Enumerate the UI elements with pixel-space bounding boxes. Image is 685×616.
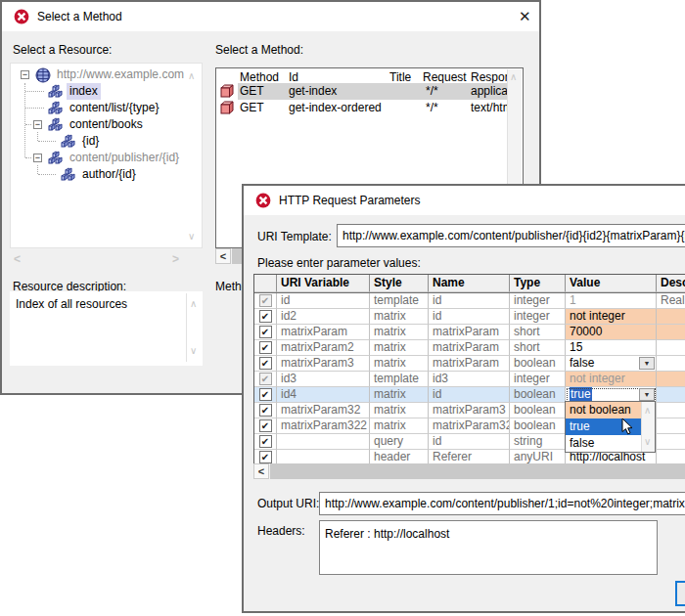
- row-checkbox[interactable]: ✔: [259, 357, 272, 370]
- tree-item-label: {id}: [79, 133, 102, 150]
- params-col-header: Name: [429, 275, 510, 292]
- cell-text: 1: [570, 293, 576, 307]
- params-row[interactable]: ✔matrixParammatrixmatrixParamshort70000: [254, 325, 685, 340]
- cell-text: short: [514, 325, 540, 338]
- tree-item-label: author/{id}: [79, 166, 139, 183]
- params-table-header: URI VariableStyleNameTypeValueDescr: [254, 275, 685, 293]
- row-checkbox[interactable]: ✔: [259, 435, 272, 448]
- cell-text: boolean: [514, 387, 556, 401]
- cell-text: matrixParam3: [433, 403, 506, 417]
- tree-item-content-books[interactable]: −content/books: [11, 116, 202, 133]
- uri-variable-cell: [277, 434, 370, 450]
- tree-connector: [24, 83, 26, 157]
- scroll-up-icon[interactable]: ∧: [510, 72, 517, 82]
- row-checkbox[interactable]: ✔: [259, 310, 272, 323]
- row-checkbox[interactable]: ✔: [259, 451, 272, 463]
- cell-text: boolean: [514, 418, 556, 432]
- tree-expander-icon[interactable]: −: [33, 154, 42, 162]
- value-cell[interactable]: not integer: [566, 309, 657, 325]
- scroll-down-icon[interactable]: ∨: [190, 346, 197, 356]
- row-checkbox[interactable]: ✔: [259, 404, 272, 417]
- scroll-up-icon[interactable]: ∧: [644, 406, 651, 416]
- scroll-down-icon[interactable]: ∨: [644, 437, 651, 447]
- style-cell: matrix: [370, 309, 429, 325]
- tree-item-content-publisher-id-[interactable]: −content/publisher/{id}: [11, 150, 202, 166]
- cubes-icon: [60, 167, 76, 183]
- description-cell: [657, 340, 685, 356]
- ok-button[interactable]: [675, 581, 685, 606]
- cell-text: matrixParam: [433, 340, 499, 354]
- params-row[interactable]: ✔id3templateid3integernot integer: [254, 372, 685, 387]
- type-cell: integer: [510, 309, 566, 325]
- value-cell[interactable]: 70000: [566, 325, 657, 340]
- description-cell: Really: [657, 293, 685, 309]
- tree-item-label: content/list/{type}: [67, 100, 161, 116]
- cell-text: matrix: [374, 356, 406, 370]
- scroll-right-icon[interactable]: >: [172, 252, 179, 266]
- cell-text: matrix: [374, 340, 406, 354]
- col-title: Title: [389, 70, 411, 84]
- cell-text: matrix: [374, 418, 406, 432]
- method-row[interactable]: GETget-index*/*applicati: [216, 83, 508, 100]
- params-table-hscrollbar[interactable]: <: [253, 463, 685, 479]
- cell-text: id: [433, 387, 441, 401]
- scroll-down-icon[interactable]: ∨: [188, 232, 195, 242]
- scroll-left-icon[interactable]: <: [14, 252, 21, 266]
- value-cell[interactable]: 15: [566, 340, 657, 356]
- row-checkbox[interactable]: ✔: [259, 419, 272, 432]
- cell-text: matrixParam32: [433, 418, 510, 432]
- scroll-up-icon[interactable]: ∧: [188, 71, 195, 81]
- scrollbar-thumb[interactable]: [270, 463, 685, 479]
- dropdown-scrollbar[interactable]: ∧∨: [641, 402, 655, 452]
- params-row[interactable]: ✔id2matrixidintegernot integer: [254, 309, 685, 325]
- checkbox-cell: ✔: [254, 293, 277, 309]
- dialog-title: Select a Method: [37, 10, 122, 23]
- dropdown-arrow-icon[interactable]: ▼: [639, 388, 655, 401]
- style-cell: template: [370, 372, 429, 387]
- name-cell: id: [429, 434, 510, 450]
- cell-text: id4: [281, 387, 297, 401]
- tree-item-http-www-example-com[interactable]: −http://www.example.com: [11, 66, 202, 83]
- cell-text: 15: [570, 340, 582, 354]
- row-checkbox[interactable]: ✔: [259, 388, 272, 401]
- params-row[interactable]: ✔matrixParam3matrixmatrixParambooleanfal…: [254, 356, 685, 372]
- params-col-header: URI Variable: [277, 275, 370, 292]
- row-checkbox: ✔: [259, 373, 272, 385]
- tree-connector: [37, 165, 39, 174]
- method-label: Select a Method:: [215, 43, 303, 57]
- value-cell[interactable]: 1: [566, 293, 657, 309]
- params-row[interactable]: ✔matrixParam2matrixmatrixParamshort15: [254, 340, 685, 356]
- scroll-left-icon[interactable]: <: [253, 463, 269, 479]
- http-request-parameters-dialog: HTTP Request Parameters URI Template: ht…: [242, 184, 685, 613]
- value-cell[interactable]: not integer: [566, 372, 657, 387]
- cell-text: matrixParam: [433, 325, 499, 338]
- style-cell: query: [370, 434, 429, 450]
- method-request: */*: [426, 100, 438, 116]
- checkbox-cell: ✔: [254, 403, 277, 418]
- close-icon[interactable]: ✕: [519, 8, 531, 25]
- params-col-header: Type: [510, 275, 566, 292]
- page: Select a Method ✕ Select a Resource: −ht…: [0, 0, 685, 616]
- value-cell[interactable]: false▼: [566, 356, 657, 372]
- method-row[interactable]: GETget-index-ordered*/*text/html: [216, 100, 508, 116]
- params-row[interactable]: ✔idtemplateidinteger1Really: [254, 293, 685, 309]
- dropdown-arrow-icon[interactable]: ▼: [639, 357, 655, 370]
- row-checkbox[interactable]: ✔: [259, 341, 272, 354]
- cubes-icon: [60, 134, 76, 150]
- uri-variable-cell: matrixParam32: [277, 403, 370, 418]
- headers-label: Headers:: [257, 524, 305, 538]
- tree-item-label: content/books: [67, 116, 146, 133]
- cell-text: false: [570, 356, 594, 370]
- row-checkbox[interactable]: ✔: [259, 326, 272, 338]
- description-cell: [657, 418, 685, 434]
- cell-text: id: [433, 309, 441, 323]
- tree-expander-icon[interactable]: −: [33, 120, 42, 129]
- cell-text: integer: [514, 309, 550, 323]
- checkbox-cell: ✔: [254, 356, 277, 372]
- uri-template-field[interactable]: http://www.example.com/content/publisher…: [337, 224, 685, 247]
- scroll-up-icon[interactable]: ∧: [190, 299, 197, 309]
- tree-expander-icon[interactable]: −: [21, 70, 29, 79]
- scroll-left-icon[interactable]: <: [215, 248, 231, 264]
- cell-text: integer: [514, 293, 550, 307]
- cell-text: matrixParam2: [281, 340, 354, 354]
